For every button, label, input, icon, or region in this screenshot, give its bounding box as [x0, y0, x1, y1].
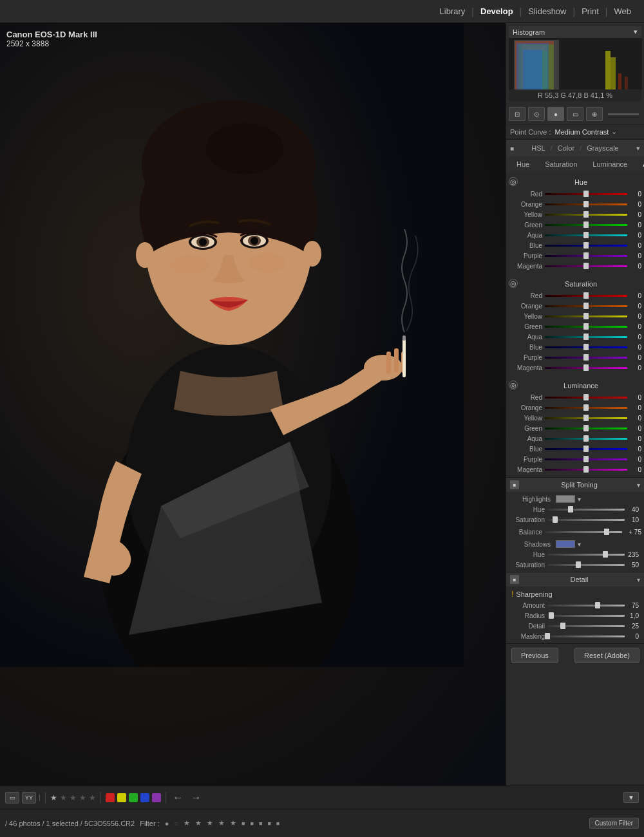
star-5[interactable]: ★ — [89, 793, 96, 802]
brush-tool[interactable]: ▭ — [567, 107, 583, 121]
shadows-sat-track[interactable] — [547, 564, 625, 566]
nav-prev-arrow[interactable]: ← — [171, 792, 186, 804]
lum-magenta-thumb[interactable] — [583, 466, 589, 473]
sat-orange-track[interactable] — [545, 305, 627, 307]
point-curve-value[interactable]: Medium Contrast — [555, 128, 609, 136]
hue-green-thumb[interactable] — [583, 221, 589, 228]
lum-red-track[interactable] — [545, 397, 627, 399]
previous-button[interactable]: Previous — [511, 648, 558, 663]
hue-orange-track[interactable] — [545, 203, 627, 205]
nav-web[interactable]: Web — [608, 6, 638, 16]
point-curve-dropdown-icon[interactable]: ⌄ — [611, 127, 617, 136]
nav-library[interactable]: Library — [433, 6, 472, 16]
highlights-swatch[interactable] — [556, 495, 575, 503]
sat-blue-track[interactable] — [545, 346, 627, 348]
hsl-sub-hue[interactable]: Hue — [509, 158, 537, 170]
sat-magenta-thumb[interactable] — [583, 364, 589, 371]
spot-tool[interactable]: ⊙ — [528, 107, 545, 121]
lum-aqua-thumb[interactable] — [583, 435, 589, 442]
sharpening-detail-thumb[interactable] — [560, 623, 565, 629]
star-2[interactable]: ★ — [60, 793, 67, 802]
sat-green-track[interactable] — [545, 326, 627, 328]
lum-yellow-track[interactable] — [545, 417, 627, 419]
color-red[interactable] — [106, 793, 115, 802]
redeye-tool[interactable]: ● — [547, 107, 564, 121]
sharpening-masking-track[interactable] — [547, 635, 625, 637]
highlights-sat-track[interactable] — [547, 519, 625, 521]
sat-yellow-track[interactable] — [545, 315, 627, 317]
hue-blue-track[interactable] — [545, 245, 627, 247]
sat-orange-thumb[interactable] — [583, 303, 589, 309]
nav-print[interactable]: Print — [575, 6, 605, 16]
highlights-hue-track[interactable] — [547, 509, 625, 511]
hue-red-thumb[interactable] — [583, 191, 589, 197]
hsl-tab-color[interactable]: Color — [553, 142, 580, 154]
color-purple[interactable] — [152, 793, 161, 802]
tool-slider[interactable] — [608, 113, 639, 115]
sat-aqua-thumb[interactable] — [583, 334, 589, 340]
lum-green-track[interactable] — [545, 428, 627, 429]
sat-red-track[interactable] — [545, 295, 627, 297]
hue-orange-thumb[interactable] — [583, 201, 589, 207]
crop-tool[interactable]: ⊡ — [509, 107, 526, 121]
lum-green-thumb[interactable] — [583, 425, 589, 431]
lum-magenta-track[interactable] — [545, 469, 627, 471]
highlights-sat-thumb[interactable] — [553, 516, 558, 523]
sat-purple-thumb[interactable] — [583, 354, 589, 361]
lum-target-icon[interactable]: ◎ — [509, 381, 518, 390]
lum-yellow-thumb[interactable] — [583, 415, 589, 421]
color-yellow[interactable] — [117, 793, 126, 802]
sharpening-amount-track[interactable] — [547, 605, 625, 607]
highlights-dropdown[interactable]: ▾ — [578, 496, 581, 503]
shadows-hue-thumb[interactable] — [603, 551, 608, 558]
lum-blue-thumb[interactable] — [583, 446, 589, 452]
hsl-sub-saturation[interactable]: Saturation — [537, 158, 585, 170]
hue-yellow-thumb[interactable] — [583, 211, 589, 218]
hue-target-icon[interactable]: ◎ — [509, 177, 518, 186]
hsl-tab-hue[interactable]: HSL — [526, 142, 550, 154]
sat-blue-thumb[interactable] — [583, 344, 589, 350]
shadows-dropdown[interactable]: ▾ — [578, 541, 581, 548]
hue-green-track[interactable] — [545, 224, 627, 226]
hue-aqua-track[interactable] — [545, 234, 627, 236]
hue-red-track[interactable] — [545, 193, 627, 195]
sharpening-detail-track[interactable] — [547, 625, 625, 627]
lum-aqua-track[interactable] — [545, 438, 627, 440]
lum-blue-track[interactable] — [545, 448, 627, 450]
star-3[interactable]: ★ — [70, 793, 77, 802]
sat-purple-track[interactable] — [545, 357, 627, 359]
sat-red-thumb[interactable] — [583, 292, 589, 299]
detail-collapse[interactable]: ▾ — [637, 576, 640, 583]
sharpening-radius-thumb[interactable] — [549, 612, 554, 619]
sharpening-amount-thumb[interactable] — [595, 602, 600, 608]
hue-magenta-thumb[interactable] — [583, 263, 589, 269]
shadows-sat-thumb[interactable] — [576, 561, 581, 568]
toolbar-dropdown[interactable]: ▼ — [623, 792, 639, 803]
sat-aqua-track[interactable] — [545, 336, 627, 338]
balance-track[interactable] — [545, 531, 622, 533]
shadows-hue-track[interactable] — [547, 554, 625, 556]
custom-filter-button[interactable]: Custom Filter — [589, 818, 639, 829]
lum-orange-track[interactable] — [545, 407, 627, 409]
hue-purple-track[interactable] — [545, 255, 627, 257]
color-blue[interactable] — [140, 793, 149, 802]
hue-magenta-track[interactable] — [545, 265, 627, 267]
hsl-sub-luminance[interactable]: Luminance — [585, 158, 635, 170]
sat-magenta-track[interactable] — [545, 367, 627, 369]
lum-orange-thumb[interactable] — [583, 404, 589, 411]
hue-aqua-thumb[interactable] — [583, 232, 589, 238]
nav-slideshow[interactable]: Slideshow — [522, 6, 573, 16]
sharpening-radius-track[interactable] — [547, 615, 625, 617]
star-4[interactable]: ★ — [79, 793, 86, 802]
hsl-tab-grayscale[interactable]: Grayscale — [582, 142, 624, 154]
hue-purple-thumb[interactable] — [583, 252, 589, 259]
sharpening-masking-thumb[interactable] — [545, 633, 550, 639]
sort-icon[interactable]: YY — [22, 792, 36, 804]
hsl-sub-all[interactable]: All — [635, 158, 644, 170]
lum-red-thumb[interactable] — [583, 394, 589, 400]
star-1[interactable]: ★ — [50, 793, 57, 802]
reset-button[interactable]: Reset (Adobe) — [574, 648, 639, 663]
lum-purple-thumb[interactable] — [583, 456, 589, 462]
split-toning-collapse[interactable]: ▾ — [637, 482, 640, 489]
lum-purple-track[interactable] — [545, 458, 627, 460]
